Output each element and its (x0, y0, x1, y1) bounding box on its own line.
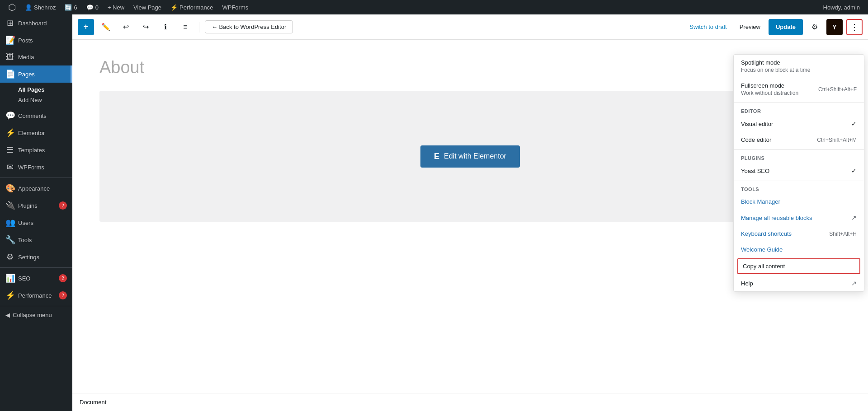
admin-bar: ⬡ 👤 Shehroz 🔄 6 💬 0 + New View Page ⚡ Pe… (0, 0, 868, 14)
undo-icon: ↩ (123, 23, 129, 31)
sidebar-pages-submenu: All Pages Add New (0, 83, 72, 107)
seo-badge: 2 (59, 274, 67, 282)
elementor-e-icon: E (434, 152, 439, 161)
elementor-icon: ⚡ (5, 128, 14, 138)
list-view-button[interactable]: ≡ (177, 19, 193, 35)
dropdown-divider-3 (734, 181, 864, 181)
sidebar-item-seo[interactable]: 📊 SEO 2 (0, 270, 72, 287)
back-to-wordpress-button[interactable]: ← Back to WordPress Editor (205, 20, 293, 33)
help-external-icon: ↗ (851, 280, 857, 287)
yoast-seo-icon[interactable]: Y (826, 19, 843, 35)
tools-icon: 🔧 (5, 235, 14, 245)
plugins-badge: 2 (59, 201, 67, 210)
dropdown-plugins-section-label: PLUGINS (734, 152, 864, 163)
dropdown-item-copy-all-content[interactable]: Copy all content (737, 258, 860, 274)
settings-icon: ⚙ (5, 252, 14, 262)
admin-bar-logo[interactable]: ⬡ (4, 0, 20, 14)
sidebar: ⊞ Dashboard 📝 Posts 🖼 Media 📄 Pages All … (0, 14, 72, 411)
edit-with-elementor-button[interactable]: E Edit with Elementor (420, 145, 520, 168)
update-button[interactable]: Update (769, 19, 803, 35)
editor-footer: Document (72, 393, 868, 411)
sidebar-item-templates[interactable]: ☰ Templates (0, 141, 72, 159)
list-icon: ≡ (183, 23, 187, 31)
admin-bar-new[interactable]: + New (103, 0, 129, 14)
posts-icon: 📝 (5, 35, 14, 45)
collapse-arrow-icon: ◀ (5, 312, 10, 318)
dropdown-divider-1 (734, 103, 864, 103)
admin-bar-performance[interactable]: ⚡ Performance (166, 0, 217, 14)
dropdown-item-welcome-guide[interactable]: Welcome Guide (734, 242, 864, 257)
admin-bar-comments[interactable]: 💬 0 (82, 0, 103, 14)
dropdown-item-manage-reusable[interactable]: Manage all reusable blocks ↗ (734, 210, 864, 226)
users-icon: 👥 (5, 218, 14, 228)
sidebar-item-media[interactable]: 🖼 Media (0, 49, 72, 65)
sidebar-add-new[interactable]: Add New (18, 95, 67, 105)
page-title: About (99, 58, 841, 77)
dropdown-item-help[interactable]: Help ↗ (734, 275, 864, 291)
dropdown-item-code-editor[interactable]: Code editor Ctrl+Shift+Alt+M (734, 132, 864, 148)
ellipsis-icon: ⋮ (850, 22, 859, 32)
dropdown-item-yoast-seo[interactable]: Yoast SEO ✓ (734, 163, 864, 179)
sidebar-item-users[interactable]: 👥 Users (0, 214, 72, 231)
sidebar-item-wpforms[interactable]: ✉ WPForms (0, 159, 72, 176)
editor-wrapper: + ✏️ ↩ ↪ ℹ ≡ ← Back to WordPress Editor (72, 14, 868, 411)
performance-icon: ⚡ (5, 290, 14, 300)
info-icon: ℹ (164, 23, 167, 31)
external-link-icon: ↗ (851, 214, 857, 221)
dropdown-editor-section-label: EDITOR (734, 105, 864, 116)
media-icon: 🖼 (5, 52, 14, 62)
sidebar-item-comments[interactable]: 💬 Comments (0, 107, 72, 124)
wpforms-icon: ✉ (5, 162, 14, 172)
undo-button[interactable]: ↩ (118, 19, 134, 35)
templates-icon: ☰ (5, 145, 14, 155)
admin-bar-view-page[interactable]: View Page (129, 0, 166, 14)
plugins-icon: 🔌 (5, 201, 14, 210)
sidebar-all-pages[interactable]: All Pages (18, 84, 67, 95)
sidebar-divider-2 (0, 267, 72, 268)
admin-bar-site[interactable]: 👤 Shehroz (20, 0, 60, 14)
redo-icon: ↪ (143, 23, 149, 31)
sidebar-divider-1 (0, 177, 72, 178)
performance-badge: 2 (59, 291, 67, 299)
redo-button[interactable]: ↪ (137, 19, 154, 35)
sidebar-item-plugins[interactable]: 🔌 Plugins 2 (0, 197, 72, 214)
sidebar-item-dashboard[interactable]: ⊞ Dashboard (0, 14, 72, 32)
dropdown-item-keyboard-shortcuts[interactable]: Keyboard shortcuts Shift+Alt+H (734, 226, 864, 242)
main-layout: ⊞ Dashboard 📝 Posts 🖼 Media 📄 Pages All … (0, 14, 868, 411)
dropdown-item-spotlight[interactable]: Spotlight mode Focus on one block at a t… (734, 55, 864, 78)
switch-to-draft-button[interactable]: Switch to draft (685, 21, 731, 33)
admin-bar-howdy[interactable]: Howdy, admin (819, 0, 864, 14)
toolbar-separator (199, 22, 199, 33)
seo-icon: 📊 (5, 273, 14, 283)
edit-icon: ✏️ (101, 23, 110, 31)
edit-button[interactable]: ✏️ (98, 19, 114, 35)
comments-icon: 💬 (5, 111, 14, 121)
collapse-menu-button[interactable]: ◀ Collapse menu (0, 308, 72, 322)
sidebar-item-pages[interactable]: 📄 Pages (0, 65, 72, 83)
sidebar-divider-3 (0, 306, 72, 306)
settings-button[interactable]: ⚙ (807, 19, 823, 35)
admin-bar-updates[interactable]: 🔄 6 (60, 0, 81, 14)
dropdown-divider-2 (734, 149, 864, 150)
info-button[interactable]: ℹ (157, 19, 174, 35)
dropdown-item-visual-editor[interactable]: Visual editor ✓ (734, 116, 864, 132)
sidebar-item-tools[interactable]: 🔧 Tools (0, 231, 72, 248)
dropdown-tools-section-label: TOOLS (734, 183, 864, 194)
gear-icon: ⚙ (811, 23, 818, 31)
dropdown-item-fullscreen[interactable]: Fullscreen mode Work without distraction… (734, 78, 864, 101)
elementor-edit-block: E Edit with Elementor (99, 91, 841, 222)
more-options-dropdown: Spotlight mode Focus on one block at a t… (733, 54, 864, 292)
preview-button[interactable]: Preview (735, 21, 765, 33)
sidebar-item-performance[interactable]: ⚡ Performance 2 (0, 287, 72, 304)
pages-icon: 📄 (5, 69, 14, 79)
more-options-button[interactable]: ⋮ (846, 19, 863, 35)
sidebar-item-elementor[interactable]: ⚡ Elementor (0, 124, 72, 141)
add-block-button[interactable]: + (78, 19, 94, 35)
sidebar-item-posts[interactable]: 📝 Posts (0, 32, 72, 49)
sidebar-item-appearance[interactable]: 🎨 Appearance (0, 180, 72, 197)
sidebar-item-settings[interactable]: ⚙ Settings (0, 248, 72, 266)
toolbar-right: Switch to draft Preview Update ⚙ Y ⋮ (685, 19, 863, 35)
dropdown-item-block-manager[interactable]: Block Manager (734, 194, 864, 210)
admin-bar-wpforms[interactable]: WPForms (217, 0, 253, 14)
appearance-icon: 🎨 (5, 183, 14, 193)
